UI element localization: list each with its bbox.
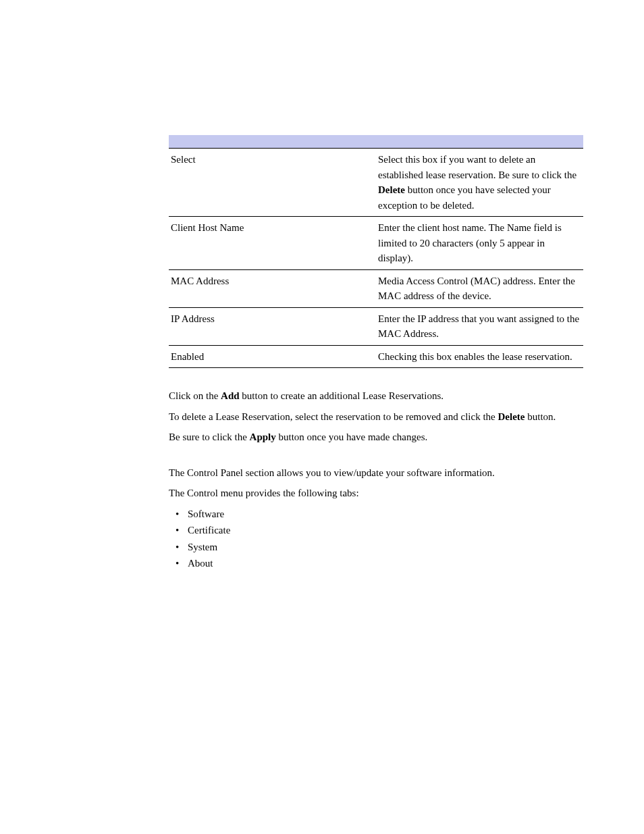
delete-instruction: To delete a Lease Reservation, select th… xyxy=(169,409,583,425)
table-row: SelectSelect this box if you want to del… xyxy=(169,149,583,217)
list-item: System xyxy=(176,540,583,555)
add-instruction: Click on the Add button to create an add… xyxy=(169,388,583,404)
table-row: MAC AddressMedia Access Control (MAC) ad… xyxy=(169,269,583,307)
field-name-cell: MAC Address xyxy=(169,269,376,307)
field-description-cell: Select this box if you want to delete an… xyxy=(376,149,583,217)
field-description-cell: Media Access Control (MAC) address. Ente… xyxy=(376,269,583,307)
control-menu-intro: The Control menu provides the following … xyxy=(169,486,583,501)
table-row: EnabledChecking this box enables the lea… xyxy=(169,345,583,368)
field-description-cell: Enter the IP address that you want assig… xyxy=(376,307,583,345)
control-panel-intro: The Control Panel section allows you to … xyxy=(169,465,583,481)
field-name-cell: Enabled xyxy=(169,345,376,368)
table-row: Client Host NameEnter the client host na… xyxy=(169,217,583,270)
control-menu-tabs-list: SoftwareCertificateSystemAbout xyxy=(169,506,583,571)
lease-reservation-table: SelectSelect this box if you want to del… xyxy=(169,135,583,368)
instruction-paragraphs: Click on the Add button to create an add… xyxy=(169,388,583,445)
field-description-cell: Checking this box enables the lease rese… xyxy=(376,345,583,368)
field-description-table: SelectSelect this box if you want to del… xyxy=(169,149,583,368)
table-row: IP AddressEnter the IP address that you … xyxy=(169,307,583,345)
field-description-cell: Enter the client host name. The Name fie… xyxy=(376,217,583,270)
list-item: Certificate xyxy=(176,523,583,538)
table-header-band xyxy=(169,135,583,149)
field-name-cell: Client Host Name xyxy=(169,217,376,270)
apply-instruction: Be sure to click the Apply button once y… xyxy=(169,429,583,445)
list-item: About xyxy=(176,556,583,571)
list-item: Software xyxy=(176,506,583,522)
control-panel-section: The Control Panel section allows you to … xyxy=(169,465,583,571)
field-name-cell: IP Address xyxy=(169,307,376,345)
field-name-cell: Select xyxy=(169,149,376,217)
